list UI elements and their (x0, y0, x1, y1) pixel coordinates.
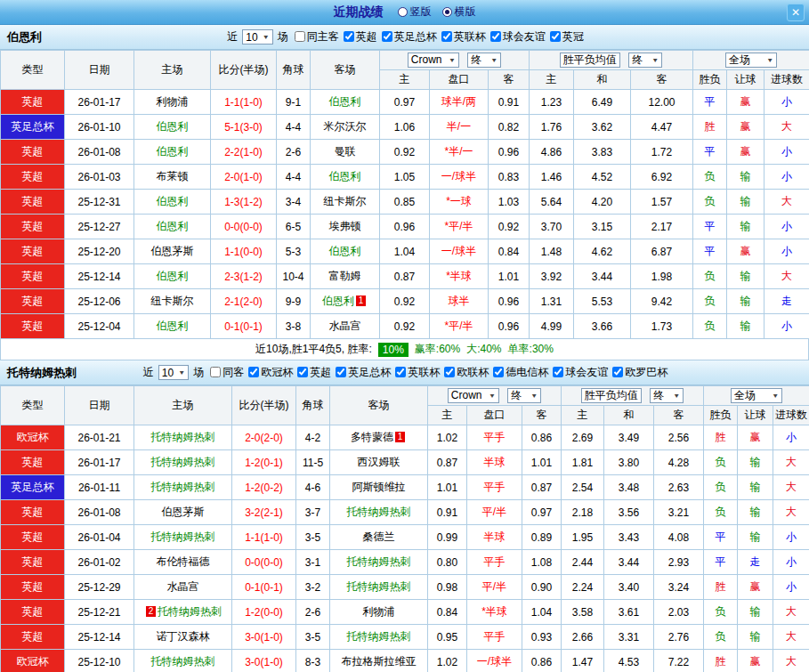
filter-label: 英足总杯 (348, 365, 391, 380)
scope-select[interactable]: 全场▼ (725, 53, 777, 68)
corners-cell: 5-3 (277, 239, 311, 264)
odds-away-cell: 0.86 (522, 425, 562, 450)
score-cell: 2-2(1-0) (211, 140, 277, 165)
filter-checkbox[interactable] (297, 367, 308, 377)
filter-label: 欧联杯 (457, 365, 489, 380)
wdl-avg-select[interactable]: 胜平负均值 (581, 388, 642, 403)
match-row: 英超25-12-14伯恩利2-3(1-2)10-4富勒姆0.87*半球1.013… (1, 264, 809, 289)
col-type: 类型 (1, 51, 65, 90)
result-wdl-cell: 胜 (704, 575, 738, 600)
radio-selected-icon (442, 7, 452, 17)
avg-away-cell: 1.98 (631, 264, 693, 289)
avg-home-cell: 5.64 (530, 190, 574, 215)
result-wdl-cell: 胜 (704, 425, 738, 450)
filter-checkbox[interactable] (395, 367, 406, 377)
match-row: 英超26-01-04托特纳姆热刺1-1(1-0)3-5桑德兰0.99半球0.89… (1, 525, 809, 550)
avg-away-cell: 7.22 (654, 650, 704, 672)
filter-checkbox[interactable] (444, 367, 455, 377)
radio-label-horizontal: 横版 (455, 4, 476, 20)
result-goals-cell: 大 (773, 625, 809, 650)
filter-checkbox[interactable] (382, 31, 392, 42)
filter-checkbox[interactable] (550, 31, 561, 42)
filter-option[interactable]: 英足总杯 (382, 29, 437, 45)
odds-away-cell: 1.08 (522, 550, 562, 575)
handicap-cell: 半球 (467, 525, 522, 550)
filter-checkbox[interactable] (344, 31, 354, 42)
filter-checkbox[interactable] (612, 367, 623, 377)
filter-option[interactable]: 球会友谊 (553, 365, 608, 380)
bookmaker-select[interactable]: Crown▼ (448, 388, 499, 403)
scope-select[interactable]: 全场▼ (731, 388, 782, 403)
final-avg-select[interactable]: 终▼ (628, 53, 662, 68)
bookmaker-select[interactable]: Crown▼ (408, 53, 459, 68)
col-score: 比分(半场) (211, 51, 277, 90)
filter-option[interactable]: 同主客 (295, 29, 339, 45)
date-cell: 26-01-17 (65, 90, 134, 115)
final-odds-select[interactable]: 终▼ (467, 53, 501, 68)
team-label: 水晶宫 (167, 580, 199, 593)
filter-option[interactable]: 球会友谊 (490, 29, 546, 45)
odds-home-cell: 0.97 (380, 90, 430, 115)
filters-bar: 近 10▼ 场 同客欧冠杯英超英足总杯英联杯欧联杯德电信杯球会友谊欧罗巴杯 (142, 365, 667, 381)
wdl-avg-select[interactable]: 胜平负均值 (560, 53, 620, 68)
avg-draw-cell: 4.62 (574, 239, 631, 264)
col-handicap: 盘口 (430, 70, 489, 90)
filter-option[interactable]: 英联杯 (395, 365, 440, 380)
odds-home-cell: 0.92 (380, 289, 430, 314)
team-label: 托特纳姆热刺 (151, 456, 215, 468)
odds-home-cell: 0.99 (428, 525, 467, 550)
match-count-select[interactable]: 10▼ (242, 29, 272, 45)
col-away: 客场 (330, 386, 428, 425)
score-cell: 3-0(1-0) (232, 625, 296, 650)
filter-option[interactable]: 英联杯 (441, 29, 486, 45)
corners-cell: 4-2 (296, 425, 330, 450)
handicap-cell: 球半/两 (430, 90, 489, 115)
filter-checkbox[interactable] (490, 31, 501, 42)
match-row: 英足总杯26-01-10伯恩利5-1(3-0)4-4米尔沃尔1.06半/一0.8… (1, 115, 809, 140)
filter-option[interactable]: 英超 (297, 365, 331, 380)
filter-checkbox[interactable] (441, 31, 452, 42)
handicap-cell: 平手 (467, 550, 522, 575)
handicap-cell: *半球 (430, 264, 489, 289)
filter-option[interactable]: 欧罗巴杯 (612, 365, 667, 380)
match-row: 英超25-12-06纽卡斯尔2-1(2-0)9-9伯恩利10.92球半0.961… (1, 289, 809, 314)
final-avg-select[interactable]: 终▼ (650, 388, 684, 403)
filter-option[interactable]: 英冠 (550, 29, 584, 45)
score-cell: 1-2(0-2) (232, 475, 296, 500)
filter-checkbox[interactable] (248, 367, 259, 377)
avg-draw-cell: 3.44 (574, 264, 631, 289)
filter-checkbox[interactable] (295, 31, 305, 42)
layout-radio-vertical[interactable]: 竖版 (398, 4, 432, 20)
filter-option[interactable]: 欧联杯 (444, 365, 489, 380)
filter-option[interactable]: 同客 (210, 365, 244, 380)
win-rate-badge: 10% (378, 343, 409, 357)
filter-checkbox[interactable] (493, 367, 504, 377)
filter-checkbox[interactable] (336, 367, 346, 377)
avg-away-cell: 2.03 (654, 600, 704, 625)
filter-checkbox[interactable] (210, 367, 221, 377)
col-result-goals: 进球数 (765, 70, 809, 90)
chevron-down-icon: ▼ (263, 34, 270, 41)
match-count-select[interactable]: 10▼ (158, 365, 189, 380)
layout-radio-horizontal[interactable]: 横版 (442, 4, 476, 20)
filter-option[interactable]: 欧冠杯 (248, 365, 293, 380)
score-cell: 0-0(0-0) (211, 215, 277, 239)
match-row: 英超25-12-04伯恩利0-1(0-1)3-8水晶宫0.92*平/半0.964… (1, 314, 809, 339)
avg-home-cell: 3.70 (530, 215, 574, 239)
col-type: 类型 (1, 386, 65, 425)
filter-label: 英足总杯 (394, 29, 437, 45)
filter-option[interactable]: 英超 (344, 29, 377, 45)
avg-home-cell: 1.95 (562, 525, 604, 550)
final-odds-select[interactable]: 终▼ (507, 388, 541, 403)
filter-checkbox[interactable] (553, 367, 563, 377)
match-row: 英超26-01-03布莱顿2-0(1-0)4-4伯恩利1.05一/球半0.831… (1, 165, 809, 190)
team-label: 托特纳姆热刺 (347, 506, 411, 518)
league-cell: 英超 (1, 239, 65, 264)
close-icon[interactable]: ✕ (787, 4, 805, 21)
filter-option[interactable]: 德电信杯 (493, 365, 548, 380)
filter-option[interactable]: 英足总杯 (336, 365, 391, 380)
col-avg-draw: 和 (574, 70, 631, 90)
team-label: 托特纳姆热刺 (151, 431, 215, 443)
odds-away-cell: 0.96 (489, 314, 530, 339)
team-label: 托特纳姆热刺 (151, 481, 215, 493)
